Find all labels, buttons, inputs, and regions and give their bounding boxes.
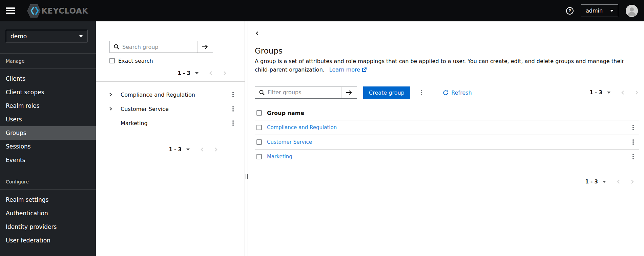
groups-main-panel: Groups A group is a set of attributes an… xyxy=(248,21,644,256)
tree-item-label[interactable]: Customer Service xyxy=(121,106,169,112)
group-search-box xyxy=(109,41,213,53)
sidebar-item-users[interactable]: Users xyxy=(0,113,96,126)
group-link[interactable]: Compliance and Regulation xyxy=(267,124,337,131)
keycloak-logo: KEYCLOAK xyxy=(27,3,88,18)
filter-groups-box xyxy=(255,86,357,99)
table-row: Customer Service xyxy=(255,135,639,150)
sidebar-item-events[interactable]: Events xyxy=(0,153,96,167)
tree-pagination-bottom: 1 - 3 xyxy=(96,143,245,156)
prev-page-icon[interactable] xyxy=(621,90,625,95)
tree-item-label[interactable]: Marketing xyxy=(121,120,148,126)
row-checkbox[interactable] xyxy=(256,154,262,159)
sidebar-item-client-scopes[interactable]: Client scopes xyxy=(0,85,96,99)
prev-page-icon[interactable] xyxy=(209,71,213,76)
create-group-button[interactable]: Create group xyxy=(363,86,410,99)
group-search-submit-button[interactable] xyxy=(197,41,213,53)
per-page-caret-icon[interactable] xyxy=(607,92,610,94)
tree-divider xyxy=(96,81,245,82)
learn-more-link[interactable]: Learn more xyxy=(329,66,367,73)
per-page-caret-icon[interactable] xyxy=(603,181,606,183)
sidebar-item-identity-providers[interactable]: Identity providers xyxy=(0,220,96,234)
select-all-checkbox[interactable] xyxy=(256,110,262,116)
pagination-range: 1 - 3 xyxy=(589,90,602,96)
keycloak-logo-icon xyxy=(27,3,41,18)
next-page-icon[interactable] xyxy=(635,90,639,95)
filter-groups-input[interactable] xyxy=(268,89,338,96)
exact-search-checkbox[interactable] xyxy=(109,58,115,63)
next-page-icon[interactable] xyxy=(223,71,227,76)
table-row: Marketing xyxy=(255,150,639,164)
group-tree-panel: Exact search 1 - 3 Compliance and Regula… xyxy=(96,21,245,256)
table-header-row: Group name xyxy=(255,106,639,120)
table-pagination-top: 1 - 3 xyxy=(589,86,639,99)
sidebar-item-realm-settings[interactable]: Realm settings xyxy=(0,193,96,206)
exact-search-label: Exact search xyxy=(118,58,153,64)
expand-chevron-icon[interactable] xyxy=(109,92,116,97)
refresh-label: Refresh xyxy=(451,90,472,96)
page-description: A group is a set of attributes and role … xyxy=(255,57,639,75)
sidebar-item-authentication[interactable]: Authentication xyxy=(0,206,96,220)
chevron-down-icon xyxy=(610,10,614,12)
user-menu-label: admin xyxy=(586,7,603,14)
search-icon xyxy=(259,90,265,95)
next-page-icon[interactable] xyxy=(630,179,635,184)
avatar[interactable] xyxy=(626,5,638,17)
kebab-menu-icon[interactable] xyxy=(230,119,236,127)
description-text: A group is a set of attributes and role … xyxy=(255,58,624,73)
per-page-caret-icon[interactable] xyxy=(186,149,190,151)
nav-section-manage: Manage xyxy=(0,54,96,69)
row-kebab-icon[interactable] xyxy=(630,153,636,161)
group-search-input[interactable] xyxy=(122,44,194,50)
toolbar-kebab-icon[interactable] xyxy=(419,88,424,97)
help-icon[interactable]: ? xyxy=(566,7,574,15)
panel-splitter[interactable] xyxy=(245,21,248,256)
realm-selector[interactable]: demo xyxy=(6,30,87,42)
page-title: Groups xyxy=(255,46,639,56)
prev-page-icon[interactable] xyxy=(616,179,621,184)
pagination-range: 1 - 3 xyxy=(178,70,190,76)
row-kebab-icon[interactable] xyxy=(630,123,636,132)
realm-selector-value: demo xyxy=(11,33,27,40)
tree-item: Marketing xyxy=(96,116,245,130)
tree-item: Customer Service xyxy=(96,102,245,116)
sidebar-item-user-federation[interactable]: User federation xyxy=(0,234,96,247)
pagination-range: 1 - 3 xyxy=(169,146,182,153)
user-menu-dropdown[interactable]: admin xyxy=(581,4,618,17)
kebab-menu-icon[interactable] xyxy=(230,105,236,113)
groups-table: Group name Compliance and Regulation Cus… xyxy=(255,106,639,164)
per-page-caret-icon[interactable] xyxy=(195,72,199,74)
filter-submit-button[interactable] xyxy=(341,87,357,98)
splitter-grip-icon xyxy=(246,174,248,179)
group-link[interactable]: Marketing xyxy=(267,154,292,160)
sidebar: demo Manage Clients Client scopes Realm … xyxy=(0,21,96,256)
chevron-down-icon xyxy=(79,35,83,37)
groups-toolbar: Create group Refresh 1 - 3 xyxy=(255,86,639,99)
pagination-range: 1 - 3 xyxy=(585,179,598,185)
row-checkbox[interactable] xyxy=(256,139,262,145)
masthead: KEYCLOAK ? admin xyxy=(0,0,644,21)
sidebar-item-realm-roles[interactable]: Realm roles xyxy=(0,99,96,113)
sidebar-item-sessions[interactable]: Sessions xyxy=(0,140,96,153)
collapse-panel-chevron-icon[interactable] xyxy=(255,31,259,36)
nav-toggle-icon[interactable] xyxy=(6,7,15,14)
sidebar-item-clients[interactable]: Clients xyxy=(0,72,96,85)
table-pagination-bottom: 1 - 3 xyxy=(255,176,639,188)
next-page-icon[interactable] xyxy=(214,147,218,152)
refresh-button[interactable]: Refresh xyxy=(443,90,472,96)
tree-item: Compliance and Regulation xyxy=(96,87,245,102)
group-link[interactable]: Customer Service xyxy=(267,139,312,145)
learn-more-label: Learn more xyxy=(329,66,360,73)
column-header-group-name: Group name xyxy=(267,110,304,116)
prev-page-icon[interactable] xyxy=(200,147,204,152)
external-link-icon xyxy=(362,66,367,75)
kebab-menu-icon[interactable] xyxy=(230,91,236,99)
tree-item-label[interactable]: Compliance and Regulation xyxy=(121,92,195,98)
brand-text: KEYCLOAK xyxy=(41,6,88,15)
table-row: Compliance and Regulation xyxy=(255,120,639,135)
row-kebab-icon[interactable] xyxy=(630,138,636,146)
refresh-icon xyxy=(443,90,449,96)
row-checkbox[interactable] xyxy=(256,125,262,130)
sidebar-item-groups[interactable]: Groups xyxy=(0,126,96,140)
expand-chevron-icon[interactable] xyxy=(109,106,116,111)
toolbar-divider xyxy=(433,88,433,97)
